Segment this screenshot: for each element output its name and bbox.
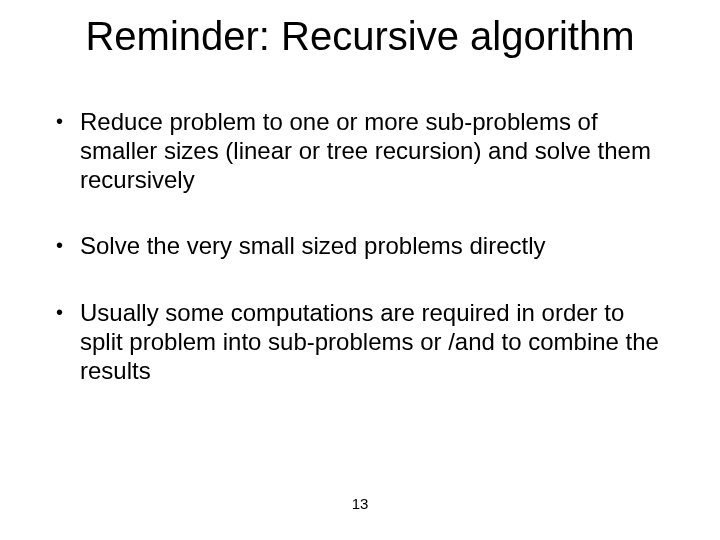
slide: Reminder: Recursive algorithm Reduce pro…: [0, 0, 720, 540]
slide-body: Reduce problem to one or more sub-proble…: [54, 108, 672, 424]
bullet-item: Solve the very small sized problems dire…: [54, 232, 672, 261]
bullet-item: Reduce problem to one or more sub-proble…: [54, 108, 672, 194]
slide-title: Reminder: Recursive algorithm: [0, 14, 720, 59]
bullet-item: Usually some computations are required i…: [54, 299, 672, 385]
bullet-list: Reduce problem to one or more sub-proble…: [54, 108, 672, 386]
page-number: 13: [0, 495, 720, 512]
